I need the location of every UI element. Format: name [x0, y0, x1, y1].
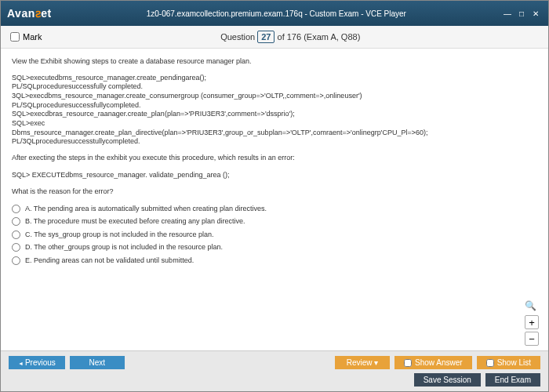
question-word: Question — [220, 32, 255, 42]
option-label: D. The other_groups group is not include… — [25, 242, 223, 253]
option-radio-d[interactable] — [12, 243, 20, 252]
logo-text-post: et — [41, 7, 51, 20]
magnifier-icon[interactable]: 🔍 — [525, 300, 536, 311]
options-group: A. The pending area is automatically sub… — [12, 204, 537, 267]
option-radio-e[interactable] — [12, 256, 20, 265]
end-exam-button[interactable]: End Exam — [485, 373, 540, 387]
app-logo: Avanƨet — [7, 7, 52, 20]
option-b[interactable]: B. The procedure must be executed before… — [12, 216, 537, 227]
exec-line: SQL> EXECUTEdbms_resource_manager. valid… — [12, 170, 537, 181]
titlebar: Avanƨet 1z0-067.examcollection.premium.e… — [1, 1, 548, 26]
code-line: 3QL>execdbms_resource_manager.create_con… — [12, 92, 537, 101]
previous-button[interactable]: Previous — [9, 356, 65, 369]
show-list-button[interactable]: Show List — [477, 356, 540, 369]
question-number: 27 — [257, 31, 274, 43]
mark-checkbox[interactable] — [10, 32, 20, 42]
question-header: Mark Question 27 of 176 (Exam A, Q88) — [1, 26, 548, 49]
mark-label-text: Mark — [23, 32, 42, 42]
code-line: PL/SQLproceduresuccessfully completed. — [12, 82, 537, 92]
show-answer-checkbox[interactable] — [404, 359, 412, 367]
code-line: SQL>execdbras_resource_raanager.create_p… — [12, 110, 537, 119]
option-radio-c[interactable] — [12, 230, 20, 239]
zoom-controls: 🔍 + − — [525, 300, 539, 346]
window-controls: — □ ✕ — [501, 8, 542, 19]
next-button[interactable]: Next — [70, 356, 125, 369]
code-line: PL/SQLproceduresuccessfullycompleted. — [12, 101, 537, 111]
code-line: Dbms_resource_manager.create_plan_direct… — [12, 129, 537, 138]
question-counter: Question 27 of 176 (Exam A, Q88) — [42, 31, 539, 43]
question-total: of 176 (Exam A, Q88) — [274, 32, 360, 42]
minimize-button[interactable]: — — [501, 8, 514, 19]
option-label: A. The pending area is automatically sub… — [25, 204, 267, 215]
close-button[interactable]: ✕ — [529, 8, 542, 19]
option-radio-a[interactable] — [12, 205, 20, 213]
show-answer-button[interactable]: Show Answer — [394, 356, 472, 369]
window-title: 1z0-067.examcollection.premium.exam.176q… — [52, 9, 501, 18]
button-row-2: Save Session End Exam — [9, 373, 540, 387]
maximize-button[interactable]: □ — [515, 8, 528, 19]
option-c[interactable]: C. The sys_group group is not included i… — [12, 230, 537, 241]
option-label: E. Pending areas can not be validated un… — [25, 256, 194, 267]
intro-text: View the Exhibit showing steps to create… — [12, 56, 537, 67]
after-text: After execting the steps in the exhibit … — [12, 153, 537, 164]
save-session-button[interactable]: Save Session — [414, 373, 481, 387]
code-line: SQL>exec — [12, 119, 537, 129]
option-label: C. The sys_group group is not included i… — [25, 230, 213, 241]
code-block: SQL>executedbms_resource_manager.create_… — [12, 74, 537, 147]
option-radio-b[interactable] — [12, 217, 20, 226]
code-line: PL/3QLproceduresuccesstullycompleted. — [12, 137, 537, 147]
code-line: SQL>executedbms_resource_manager.create_… — [12, 74, 537, 83]
question-text: What is the reason for the error? — [12, 187, 537, 198]
show-list-checkbox[interactable] — [486, 359, 494, 367]
show-list-label: Show List — [497, 358, 531, 367]
review-label: Review — [347, 358, 373, 367]
logo-text-pre: Avan — [7, 7, 35, 20]
mark-checkbox-label[interactable]: Mark — [10, 32, 42, 42]
show-answer-label: Show Answer — [415, 358, 463, 367]
question-content: View the Exhibit showing steps to create… — [1, 49, 548, 347]
option-e[interactable]: E. Pending areas can not be validated un… — [12, 256, 537, 267]
option-label: B. The procedure must be executed before… — [25, 216, 245, 227]
zoom-in-button[interactable]: + — [525, 315, 539, 329]
button-row-1: Previous Next Review ▾ Show Answer Show … — [9, 356, 540, 369]
review-button[interactable]: Review ▾ — [335, 356, 390, 369]
zoom-out-button[interactable]: − — [525, 332, 539, 346]
bottom-bar: Previous Next Review ▾ Show Answer Show … — [1, 350, 548, 391]
option-d[interactable]: D. The other_groups group is not include… — [12, 242, 537, 253]
option-a[interactable]: A. The pending area is automatically sub… — [12, 204, 537, 215]
